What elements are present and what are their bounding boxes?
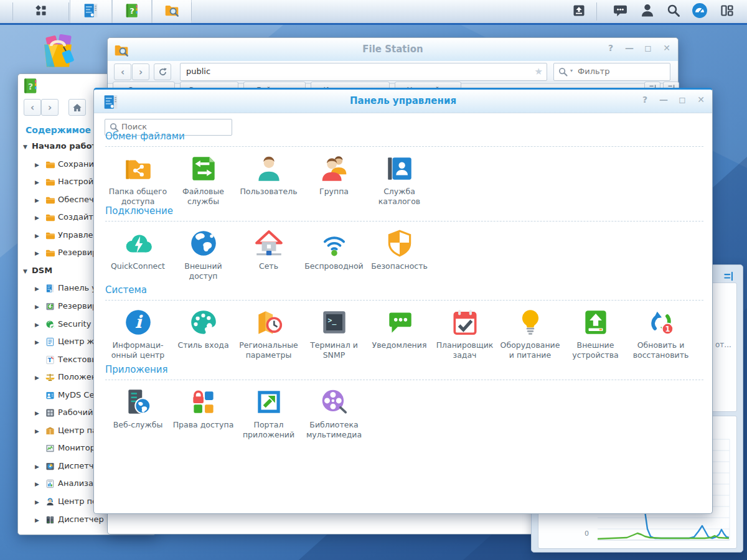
fs-refresh-button[interactable]	[154, 63, 171, 80]
cp-item-file-services[interactable]: Файловые службы	[171, 153, 236, 207]
chevron-right-icon[interactable]: ▶	[35, 215, 39, 221]
fs-minimize-button[interactable]: —	[624, 43, 634, 53]
support-icon	[45, 497, 55, 508]
terminal-icon: >_	[319, 307, 350, 338]
search-button[interactable]	[661, 0, 686, 23]
cp-icon	[45, 284, 55, 295]
cp-item-media[interactable]: Библиотека мультимедиа	[301, 386, 367, 441]
cp-item-palette[interactable]: Стиль входа	[171, 307, 236, 350]
chevron-right-icon[interactable]: ▶	[35, 322, 39, 328]
privileges-icon	[188, 386, 219, 418]
cp-item-scheduler[interactable]: Планировщик задач	[432, 307, 497, 361]
chevron-right-icon[interactable]: ▶	[35, 286, 39, 292]
cp-item-label: Информаци- онный центр	[105, 340, 171, 361]
filter-caret-icon[interactable]: ▾	[570, 68, 573, 73]
fs-filter-box[interactable]: ▾	[553, 63, 670, 81]
chevron-down-icon[interactable]: ▼	[23, 268, 27, 274]
cp-item-regional[interactable]: Региональные параметры	[236, 307, 301, 361]
package-center-desktop-icon[interactable]	[39, 32, 78, 73]
chevron-right-icon[interactable]: ▶	[35, 179, 39, 185]
cp-item-network[interactable]: Сеть	[236, 228, 301, 271]
cp-item-shared-folder[interactable]: Папка общего доступа	[105, 153, 171, 207]
control-panel-app-button[interactable]	[70, 0, 112, 23]
resource-gauge-button[interactable]	[687, 0, 712, 23]
eject-drive-icon	[571, 3, 586, 20]
series-green	[598, 533, 729, 539]
fs-filter-input[interactable]	[554, 63, 697, 79]
regional-icon	[253, 307, 284, 338]
help-back-button[interactable]: ‹	[24, 99, 41, 116]
directory-icon	[384, 153, 415, 184]
chevron-right-icon[interactable]: ▶	[35, 499, 39, 505]
cp-item-terminal[interactable]: >_Терминал и SNMP	[301, 307, 367, 361]
chevron-right-icon[interactable]: ▶	[35, 197, 39, 203]
help-tree-item-label: Центр по	[58, 497, 97, 506]
folder-icon	[45, 231, 55, 242]
fs-maximize-button[interactable]: ◻	[643, 43, 653, 53]
cp-close-button[interactable]: ✕	[696, 95, 706, 105]
cp-item-quickconnect[interactable]: QuickConnect	[105, 228, 171, 271]
cp-item-group[interactable]: Группа	[301, 153, 367, 197]
usb-eject-button[interactable]	[568, 0, 590, 23]
group-icon	[319, 153, 350, 184]
myds-icon	[45, 391, 55, 402]
cp-item-webserv[interactable]: Веб-службы	[105, 386, 171, 430]
cp-item-user[interactable]: Пользователь	[236, 153, 301, 197]
chevron-down-icon[interactable]: ▼	[23, 144, 27, 150]
star-icon[interactable]: ★	[535, 66, 543, 77]
chevron-right-icon[interactable]: ▶	[35, 481, 39, 487]
log-icon	[45, 337, 55, 348]
cp-item-extdev[interactable]: Внешние устройства	[563, 307, 628, 361]
fs-address-input[interactable]	[181, 63, 567, 79]
widget-pin-icon[interactable]	[723, 270, 735, 282]
file-station-title: File Station	[108, 44, 678, 55]
cp-item-info[interactable]: iИнформаци- онный центр	[105, 307, 171, 361]
update-icon: 1	[646, 307, 677, 338]
chevron-right-icon[interactable]: ▶	[35, 464, 39, 470]
user-menu-button[interactable]	[635, 0, 660, 23]
chevron-right-icon[interactable]: ▶	[35, 233, 39, 239]
cp-item-label: Оборудование и питание	[497, 340, 563, 361]
cp-item-directory[interactable]: Служба каталогов	[367, 153, 432, 207]
help-forward-button[interactable]: ›	[41, 99, 59, 116]
cp-item-update[interactable]: 1Обновить и восстановить	[628, 307, 693, 361]
chevron-right-icon[interactable]: ▶	[35, 428, 39, 434]
cp-item-globe[interactable]: Внешний доступ	[171, 228, 236, 282]
cp-item-label: Библиотека мультимедиа	[301, 420, 367, 441]
widgets-button[interactable]	[713, 0, 741, 23]
chevron-right-icon[interactable]: ▶	[35, 162, 39, 168]
fs-forward-button[interactable]: ›	[132, 63, 149, 80]
gauge-icon	[692, 2, 708, 21]
fs-help-button[interactable]: ?	[606, 43, 616, 53]
chevron-right-icon[interactable]: ▶	[35, 339, 39, 345]
help-home-button[interactable]	[68, 99, 86, 116]
chevron-right-icon[interactable]: ▶	[35, 375, 39, 381]
desktop: ? ‹ › Содержимое ▼Начало работы▶Сохранит…	[0, 0, 747, 560]
file-station-app-button[interactable]	[152, 0, 192, 23]
cp-item-shield[interactable]: Безопасность	[367, 228, 432, 271]
cp-item-wireless[interactable]: Беспроводной	[301, 228, 367, 271]
fs-back-button[interactable]: ‹	[114, 63, 131, 80]
chevron-right-icon[interactable]: ▶	[35, 410, 39, 416]
help-app-button[interactable]: ?	[112, 0, 152, 23]
notifications-button[interactable]	[607, 0, 633, 23]
cp-item-notify[interactable]: Уведомления	[367, 307, 432, 350]
fs-close-button[interactable]: ✕	[662, 43, 672, 53]
cp-help-button[interactable]: ?	[640, 95, 650, 105]
ha-icon	[45, 515, 55, 526]
chevron-right-icon[interactable]: ▶	[35, 250, 39, 256]
help-tree-item-label: Сохранит	[58, 159, 98, 169]
cp-item-bulb[interactable]: Оборудование и питание	[497, 307, 563, 361]
svg-text:1: 1	[665, 325, 670, 334]
cp-item-label: Беспроводной	[301, 261, 367, 271]
fs-address-bar[interactable]: ★	[180, 63, 547, 81]
cp-item-label: Веб-службы	[105, 420, 171, 430]
cp-maximize-button[interactable]: ◻	[677, 95, 687, 105]
main-menu-button[interactable]	[13, 0, 68, 23]
backup-icon	[45, 302, 55, 313]
cp-item-portal[interactable]: Портал приложений	[236, 386, 301, 441]
cp-minimize-button[interactable]: —	[659, 95, 669, 105]
chevron-right-icon[interactable]: ▶	[35, 304, 39, 310]
cp-item-privileges[interactable]: Права доступа	[171, 386, 236, 430]
chevron-right-icon[interactable]: ▶	[35, 517, 39, 523]
